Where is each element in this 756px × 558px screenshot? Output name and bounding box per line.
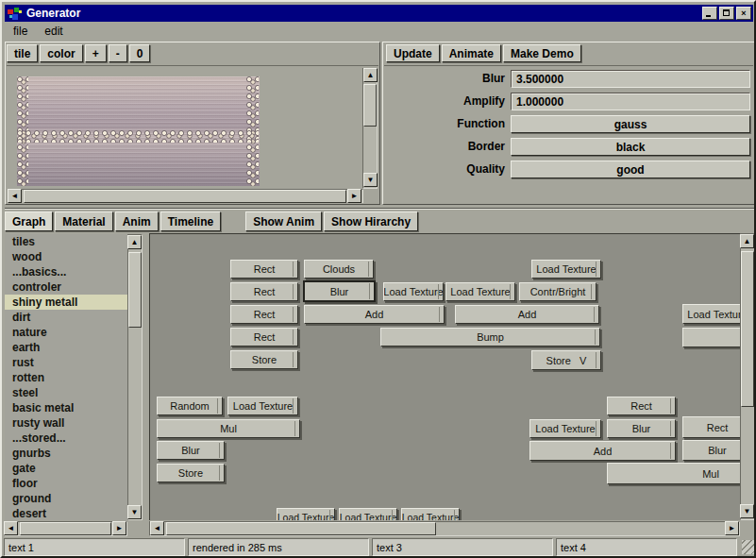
menu-item-edit[interactable]: edit xyxy=(36,25,71,38)
list-item[interactable]: tiles xyxy=(5,234,127,249)
graph-node-rect[interactable]: Rect xyxy=(230,305,298,324)
field-dropdown-quality[interactable]: good xyxy=(511,161,750,178)
toolbar-button-tile[interactable]: tile xyxy=(7,44,38,62)
graph-node-random[interactable]: Random xyxy=(157,397,223,415)
list-item[interactable]: controler xyxy=(5,279,127,295)
list-item[interactable]: rusty wall xyxy=(5,415,127,431)
graph-node-load-texture[interactable]: Load Texture xyxy=(531,260,601,279)
graph-node-blur[interactable]: Blur xyxy=(682,440,740,461)
graph-node-rect[interactable]: Rect xyxy=(230,328,298,347)
graph-node-rect[interactable]: Rect xyxy=(682,416,740,438)
list-item[interactable]: nature xyxy=(5,325,127,340)
graph-node-blank[interactable] xyxy=(682,328,740,347)
graph-node-load-texture[interactable]: Load Texture xyxy=(529,419,601,438)
graph-node-blur[interactable]: Blur xyxy=(607,419,676,438)
toolbar-button-0[interactable]: 0 xyxy=(129,44,151,62)
graph-node-add[interactable]: Add xyxy=(529,441,676,461)
graph-node-store[interactable]: Store xyxy=(157,464,225,482)
preview-scroll-right-icon[interactable]: ► xyxy=(347,189,361,203)
menu-item-file[interactable]: file xyxy=(5,25,36,38)
graph-node-mul[interactable]: Mul xyxy=(157,419,300,438)
node-graph-canvas[interactable]: RectCloudsLoad TextureRectBlurLoad Textu… xyxy=(149,233,740,520)
toolbar-button--[interactable]: + xyxy=(85,44,107,62)
graph-node-load-texture[interactable]: Load Texture xyxy=(682,304,740,324)
tab-show-hirarchy[interactable]: Show Hirarchy xyxy=(324,211,418,231)
list-item[interactable]: ground xyxy=(5,491,127,506)
list-item[interactable]: steel xyxy=(5,385,127,400)
list-scroll-up-icon[interactable]: ▲ xyxy=(127,235,142,249)
list-vscroll-thumb[interactable] xyxy=(128,252,142,328)
graph-node-load-texture[interactable]: Load Texture xyxy=(445,282,515,301)
graph-node-mul[interactable]: Mul xyxy=(607,463,740,484)
list-item[interactable]: ...stored... xyxy=(5,431,127,446)
graph-node-load-texture[interactable]: Load Texture xyxy=(227,397,298,415)
field-label-amplify: Amplify xyxy=(373,94,505,108)
list-scroll-down-icon[interactable]: ▼ xyxy=(127,505,142,519)
title-bar[interactable]: Generator × xyxy=(5,5,753,22)
list-item[interactable]: earth xyxy=(5,340,127,355)
properties-panel: UpdateAnimateMake Demo Blur3.500000Ampli… xyxy=(382,42,755,205)
list-item[interactable]: ...basics... xyxy=(5,264,127,279)
resize-grip[interactable] xyxy=(742,540,756,554)
tab-anim[interactable]: Anim xyxy=(115,211,159,231)
status-field-4: text 4 xyxy=(556,538,737,556)
graph-node-load-texture[interactable]: Load Texture xyxy=(401,508,460,520)
status-field-3: text 3 xyxy=(372,538,553,556)
close-button[interactable]: × xyxy=(736,7,751,20)
list-item[interactable]: rotten xyxy=(5,370,127,385)
graph-node-load-texture[interactable]: Load Texture xyxy=(383,282,444,301)
graph-node-rect[interactable]: Rect xyxy=(230,282,298,301)
list-item[interactable]: gate xyxy=(5,461,127,476)
list-item[interactable]: dirt xyxy=(5,310,127,325)
list-item[interactable]: rust xyxy=(5,355,127,370)
action-button-animate[interactable]: Animate xyxy=(442,44,501,62)
texture-preview[interactable] xyxy=(17,76,260,186)
list-hscroll-thumb[interactable] xyxy=(20,522,111,535)
field-dropdown-function[interactable]: gauss xyxy=(511,115,750,133)
field-input-blur[interactable]: 3.500000 xyxy=(511,70,750,88)
field-row-blur: Blur3.500000 xyxy=(384,70,753,88)
graph-scroll-right-icon[interactable]: ► xyxy=(725,521,739,535)
preview-hscroll-thumb[interactable] xyxy=(24,190,346,203)
tab-graph[interactable]: Graph xyxy=(5,211,53,231)
graph-node-contr-bright[interactable]: Contr/Bright xyxy=(519,282,596,301)
graph-node-store[interactable]: Store xyxy=(230,350,298,369)
tab-timeline[interactable]: Timeline xyxy=(160,211,221,231)
graph-hscroll-thumb[interactable] xyxy=(166,522,436,535)
list-item[interactable]: wood xyxy=(5,249,127,264)
graph-scroll-left-icon[interactable]: ◄ xyxy=(150,521,164,535)
list-item[interactable]: desert xyxy=(5,506,127,520)
field-input-amplify[interactable]: 1.000000 xyxy=(511,93,750,110)
graph-node-blur[interactable]: Blur xyxy=(157,441,225,460)
graph-scroll-up-icon[interactable]: ▲ xyxy=(740,234,754,248)
tab-show-anim[interactable]: Show Anim xyxy=(245,211,322,231)
graph-node-blur[interactable]: Blur xyxy=(303,280,376,302)
list-item[interactable]: floor xyxy=(5,476,127,491)
toolbar-button--[interactable]: - xyxy=(109,44,127,62)
graph-vscroll-thumb[interactable] xyxy=(741,251,754,407)
graph-node-load-texture[interactable]: Load Texture xyxy=(277,508,335,520)
preview-scroll-left-icon[interactable]: ◄ xyxy=(8,189,22,203)
graph-node-rect[interactable]: Rect xyxy=(607,397,676,415)
graph-node-clouds[interactable]: Clouds xyxy=(304,260,374,279)
field-dropdown-border[interactable]: black xyxy=(511,138,750,156)
action-button-make-demo[interactable]: Make Demo xyxy=(503,44,581,62)
list-item[interactable]: basic metal xyxy=(5,400,127,415)
graph-node-add[interactable]: Add xyxy=(455,305,599,324)
list-scroll-left-icon[interactable]: ◄ xyxy=(4,521,18,535)
maximize-button[interactable] xyxy=(719,7,734,20)
action-button-update[interactable]: Update xyxy=(386,44,440,62)
graph-node-bump[interactable]: Bump xyxy=(380,328,600,347)
graph-node-store-v[interactable]: Store V xyxy=(531,350,601,370)
graph-scroll-down-icon[interactable]: ▼ xyxy=(740,504,754,518)
toolbar-button-color[interactable]: color xyxy=(40,44,82,62)
list-item[interactable]: shiny metall xyxy=(5,295,127,310)
list-scroll-right-icon[interactable]: ► xyxy=(112,521,126,535)
graph-node-rect[interactable]: Rect xyxy=(230,260,298,279)
list-item[interactable]: gnurbs xyxy=(5,446,127,461)
graph-node-add[interactable]: Add xyxy=(304,305,445,324)
graph-node-load-texture[interactable]: Load Texture xyxy=(339,508,397,520)
tab-material[interactable]: Material xyxy=(55,211,112,231)
preview-panel: tilecolor+-0 ▲ ▼ ◄ ► xyxy=(5,42,380,205)
minimize-button[interactable] xyxy=(702,7,717,20)
